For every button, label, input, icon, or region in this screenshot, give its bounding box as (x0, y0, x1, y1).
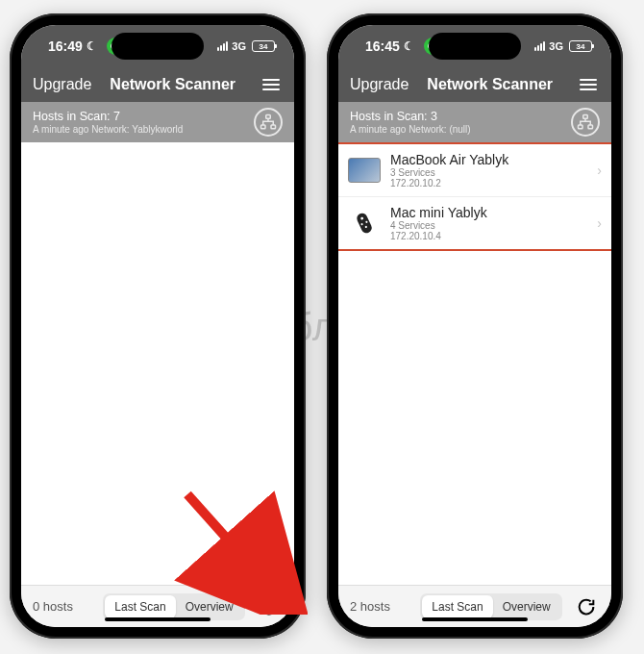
host-services: 3 Services (390, 167, 587, 178)
nav-bar: Upgrade Network Scanner (21, 67, 294, 102)
scan-subtitle: A minute ago Network: Yablykworld (33, 124, 183, 135)
cellular-signal-icon (217, 41, 228, 51)
host-name: MacBook Air Yablyk (390, 152, 587, 167)
cellular-signal-icon (534, 41, 545, 51)
scan-summary-bar[interactable]: Hosts in Scan: 3 A minute ago Network: (… (338, 102, 611, 142)
svg-rect-6 (579, 125, 583, 129)
host-ip: 172.20.10.2 (390, 178, 587, 189)
network-topology-icon[interactable] (254, 108, 283, 137)
refresh-icon (576, 596, 597, 617)
host-row[interactable]: Mac mini Yablyk 4 Services 172.20.10.4 › (338, 197, 611, 249)
hosts-in-scan: Hosts in Scan: 7 (33, 110, 183, 123)
host-list-empty (21, 142, 294, 585)
view-segmented-control[interactable]: Last Scan Overview (420, 593, 561, 620)
battery-icon: 34 (569, 40, 592, 52)
host-ip: 172.20.10.4 (390, 231, 587, 241)
dynamic-island (111, 33, 204, 60)
network-type: 3G (232, 40, 246, 52)
home-indicator[interactable] (422, 617, 528, 621)
network-type: 3G (549, 40, 563, 52)
network-topology-icon[interactable] (571, 108, 600, 137)
svg-rect-0 (266, 115, 271, 119)
page-title: Network Scanner (101, 76, 250, 93)
page-title: Network Scanner (418, 76, 567, 93)
host-name: Mac mini Yablyk (390, 205, 587, 220)
hosts-count: 2 hosts (350, 599, 409, 614)
battery-icon: 34 (252, 40, 275, 52)
do-not-disturb-icon: ☾ (87, 39, 97, 53)
svg-rect-8 (356, 212, 374, 235)
home-indicator[interactable] (105, 617, 211, 621)
hosts-count: 0 hosts (33, 599, 92, 614)
seg-last-scan[interactable]: Last Scan (422, 595, 492, 618)
hosts-in-scan: Hosts in Scan: 3 (350, 110, 471, 123)
refresh-button[interactable] (573, 593, 600, 620)
view-segmented-control[interactable]: Last Scan Overview (103, 593, 244, 620)
menu-icon[interactable] (577, 79, 600, 90)
chevron-right-icon: › (597, 215, 602, 231)
seg-overview[interactable]: Overview (176, 595, 243, 618)
scan-subtitle: A minute ago Network: (null) (350, 124, 471, 135)
svg-rect-1 (261, 125, 266, 129)
dynamic-island (429, 33, 521, 60)
seg-last-scan[interactable]: Last Scan (105, 595, 175, 618)
svg-rect-2 (271, 125, 276, 129)
refresh-icon (259, 596, 280, 617)
nav-bar: Upgrade Network Scanner (338, 67, 611, 102)
host-services: 4 Services (390, 220, 587, 231)
do-not-disturb-icon: ☾ (404, 39, 414, 53)
svg-rect-5 (583, 115, 588, 119)
laptop-icon (348, 158, 381, 183)
phone-frame-left: 16:49 ☾ ⟳ 3G 34 Upgrade Network Scanner … (10, 13, 306, 639)
host-row[interactable]: MacBook Air Yablyk 3 Services 172.20.10.… (338, 144, 611, 197)
scan-summary-bar[interactable]: Hosts in Scan: 7 A minute ago Network: Y… (21, 102, 294, 142)
svg-rect-7 (588, 125, 593, 129)
upgrade-button[interactable]: Upgrade (350, 76, 409, 93)
chevron-right-icon: › (597, 163, 602, 178)
host-list-highlighted: MacBook Air Yablyk 3 Services 172.20.10.… (338, 142, 611, 251)
phone-frame-right: 16:45 ☾ ⟳ 3G 34 Upgrade Network Scanner … (327, 13, 623, 639)
upgrade-button[interactable]: Upgrade (33, 76, 91, 93)
seg-overview[interactable]: Overview (493, 595, 560, 618)
refresh-button[interactable] (256, 593, 283, 620)
status-time: 16:45 (365, 38, 400, 54)
status-time: 16:49 (48, 38, 83, 54)
menu-icon[interactable] (260, 79, 283, 90)
remote-icon (344, 205, 384, 241)
